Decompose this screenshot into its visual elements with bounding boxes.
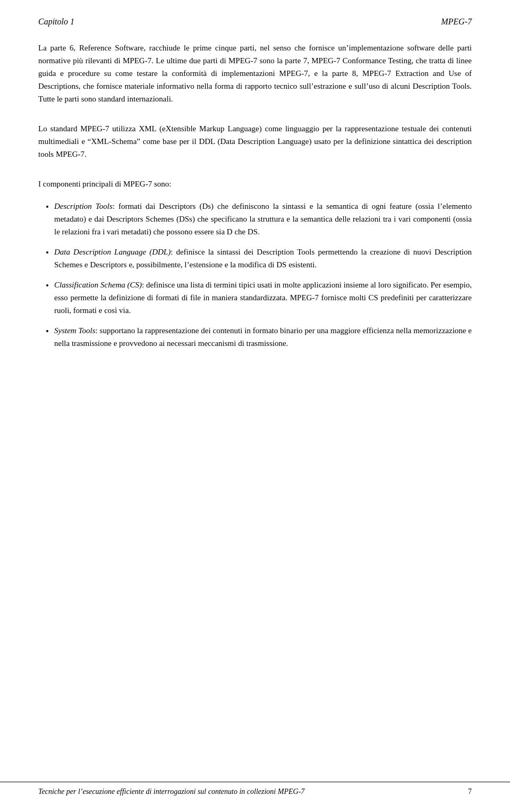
page-header: Capitolo 1 MPEG-7	[0, 0, 510, 27]
list-item-ddl: Data Description Language (DDL): definis…	[54, 246, 472, 271]
page: Capitolo 1 MPEG-7 La parte 6, Reference …	[0, 0, 510, 812]
bullet4-text: : supportano la rappresentazione dei con…	[54, 326, 472, 348]
chapter-title: Capitolo 1	[38, 17, 74, 27]
list-item-system-tools: System Tools: supportano la rappresentaz…	[54, 324, 472, 350]
list-item-description-tools: Description Tools: formati dai Descripto…	[54, 200, 472, 238]
bullet3-label: Classification Schema (CS)	[54, 281, 142, 289]
document-title: MPEG-7	[441, 17, 472, 27]
paragraph-3: I componenti principali di MPEG-7 sono:	[38, 177, 472, 190]
page-footer: Tecniche per l’esecuzione efficiente di …	[0, 782, 510, 796]
paragraph-1: La parte 6, Reference Software, racchiud…	[38, 41, 472, 105]
page-content: La parte 6, Reference Software, racchiud…	[0, 41, 510, 350]
bullet4-label: System Tools	[54, 326, 96, 335]
paragraph-2: Lo standard MPEG-7 utilizza XML (eXtensi…	[38, 122, 472, 160]
bullet1-label: Description Tools	[54, 202, 113, 210]
page-number: 7	[468, 788, 472, 796]
footer-text: Tecniche per l’esecuzione efficiente di …	[38, 788, 304, 796]
components-list: Description Tools: formati dai Descripto…	[38, 200, 472, 350]
list-item-classification-schema: Classification Schema (CS): definisce un…	[54, 278, 472, 317]
bullet2-label: Data Description Language (DDL)	[54, 248, 171, 256]
bullet1-text: : formati dai Descriptors (Ds) che defin…	[54, 202, 472, 236]
